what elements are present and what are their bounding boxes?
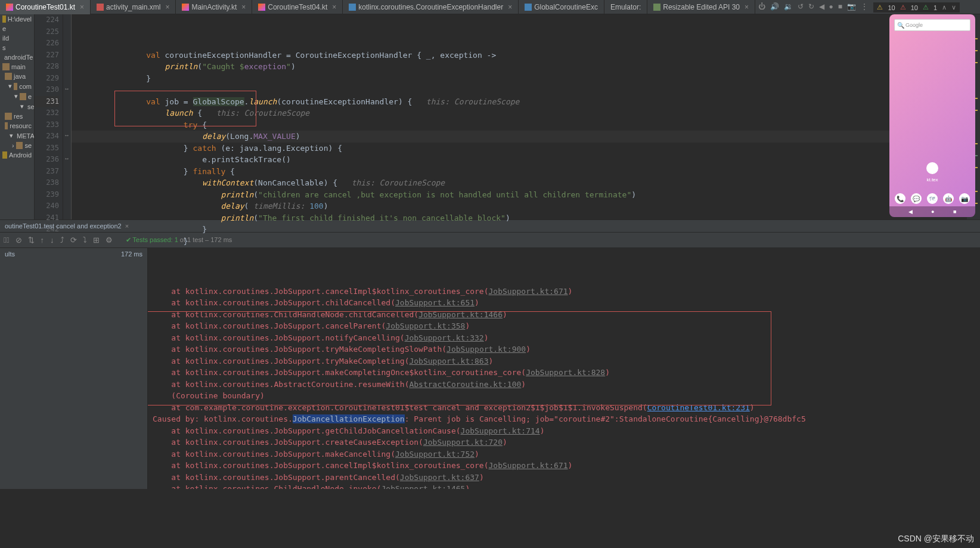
folder-icon (2, 63, 10, 70)
editor-area: H:\devel e ild s androidTe main java ▾ c… (0, 14, 980, 219)
screenshot-icon[interactable]: 📷 (847, 2, 856, 11)
phone-icon[interactable]: 📞 (895, 193, 905, 204)
tab-emulator[interactable]: Emulator: (604, 0, 647, 14)
run-gutter-icon[interactable]: ↔ (64, 132, 70, 138)
test-tree[interactable]: ults172 ms (0, 248, 148, 489)
folder-icon (14, 83, 17, 90)
camera-icon[interactable]: 📷 (959, 193, 970, 204)
export-icon[interactable]: ⤴ (60, 236, 64, 244)
tab-coroutinetest01[interactable]: CoroutineTest01.kt× (0, 0, 91, 14)
kotlin-icon (258, 4, 265, 11)
close-icon[interactable]: × (165, 3, 169, 11)
folder-icon (5, 73, 12, 80)
kotlin-icon (182, 4, 189, 11)
tab-resizable[interactable]: Resizable Edited API 30× (647, 0, 755, 14)
xml-icon (97, 4, 104, 11)
nav-home-icon[interactable]: ● (931, 209, 934, 215)
close-icon[interactable]: × (332, 3, 336, 11)
app-icon[interactable] (926, 162, 938, 174)
volume-down-icon[interactable]: 🔉 (784, 2, 793, 11)
power-icon[interactable]: ⏻ (758, 2, 765, 11)
folder-icon (16, 142, 23, 149)
folder-icon (20, 93, 26, 100)
volume-up-icon[interactable]: 🔊 (770, 2, 779, 11)
emulator-navbar: ◀ ● ■ (889, 206, 975, 217)
line-gutter[interactable]: 2242252262272282292302312322332342352362… (35, 14, 63, 219)
console-output[interactable]: at kotlinx.coroutines.JobSupport.cancelI… (148, 248, 980, 489)
close-icon[interactable]: × (745, 3, 749, 11)
tab-exception-handler[interactable]: kotlinx.coroutines.CoroutineExceptionHan… (343, 0, 519, 14)
home-icon[interactable]: ● (829, 2, 833, 11)
tab-global-coroutine[interactable]: GlobalCoroutineExc (519, 0, 604, 14)
show-passed-icon[interactable]: ✓⃝ (4, 236, 10, 244)
tab-coroutinetest04[interactable]: CoroutineTest04.kt× (252, 0, 343, 14)
project-sidebar[interactable]: H:\devel e ild s androidTe main java ▾ c… (0, 14, 35, 219)
test-results: ults172 ms at kotlinx.coroutines.JobSupp… (0, 248, 980, 489)
rotate-left-icon[interactable]: ↺ (798, 2, 804, 11)
prev-icon[interactable]: ↑ (41, 236, 45, 244)
more-icon[interactable]: ⋮ (861, 2, 868, 11)
emulator-toolbar: ⏻ 🔊 🔉 ↺ ↻ ◀ ● ■ 📷 ⋮ (758, 2, 869, 11)
code-editor[interactable]: val coroutineExceptionHandler = Coroutin… (72, 14, 967, 219)
rotate-right-icon[interactable]: ↻ (808, 2, 814, 11)
nav-back-icon[interactable]: ◀ (908, 209, 913, 215)
tab-mainactivity[interactable]: MainActivity.kt× (176, 0, 252, 14)
inspection-summary[interactable]: ⚠10 ⚠10 ⚠1 ∧ ∨ (873, 2, 960, 13)
messages-icon[interactable]: 💬 (911, 193, 922, 204)
nav-overview-icon[interactable]: ■ (953, 209, 956, 215)
source-icon (525, 4, 532, 11)
folder-icon (5, 122, 8, 129)
google-search-widget[interactable]: Google (894, 19, 970, 31)
chevron-up-icon[interactable]: ∧ (942, 4, 947, 11)
run-gutter-icon[interactable]: ↔ (64, 85, 70, 92)
maps-icon[interactable]: 🗺 (927, 193, 938, 204)
android-icon[interactable]: 🤖 (943, 193, 954, 204)
back-icon[interactable]: ◀ (819, 2, 824, 11)
highlight-box (148, 311, 771, 405)
emulator-device[interactable]: Google kt.tex 📞 💬 🗺 🤖 📷 ◀ ● ■ (889, 14, 975, 217)
close-icon[interactable]: × (508, 3, 512, 11)
watermark: CSDN @安果移不动 (898, 534, 974, 544)
highlight-box (114, 91, 256, 126)
kotlin-icon (6, 4, 13, 11)
next-icon[interactable]: ↓ (50, 236, 54, 244)
emulator-screen: Google kt.tex 📞 💬 🗺 🤖 📷 ◀ ● ■ (889, 14, 975, 217)
sort-icon[interactable]: ⇅ (28, 236, 35, 244)
android-icon (2, 151, 7, 159)
close-icon[interactable]: × (241, 3, 246, 11)
chevron-down-icon[interactable]: ∨ (951, 4, 956, 11)
weak-warning-icon: ⚠ (923, 4, 929, 11)
source-icon (349, 4, 356, 11)
error-icon: ⚠ (900, 4, 906, 11)
emulator-dock: 📞 💬 🗺 🤖 📷 (889, 193, 975, 204)
fold-column[interactable]: ↔ ↔ ↔ (63, 14, 72, 219)
warning-icon: ⚠ (877, 4, 883, 11)
show-ignored-icon[interactable]: ⊘ (15, 236, 22, 244)
close-icon[interactable]: × (80, 3, 84, 11)
overview-icon[interactable]: ■ (838, 2, 842, 11)
folder-icon (5, 113, 12, 120)
tab-activity-main[interactable]: activity_main.xml× (91, 0, 176, 14)
device-icon (653, 4, 660, 11)
folder-icon (2, 16, 6, 23)
app-label: kt.tex (889, 177, 975, 182)
run-gutter-icon[interactable]: ↔ (64, 155, 70, 162)
